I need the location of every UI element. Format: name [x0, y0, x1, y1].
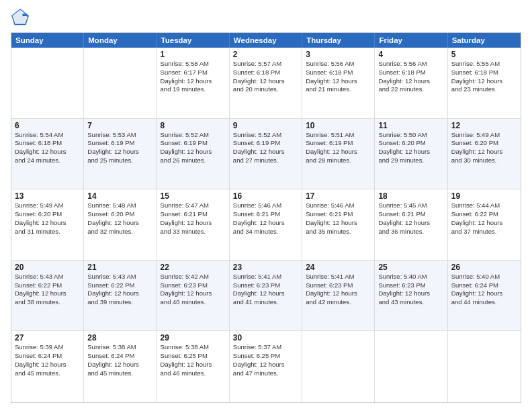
- day-info: Sunrise: 5:48 AM Sunset: 6:20 PM Dayligh…: [87, 201, 152, 236]
- calendar-cell: 7Sunrise: 5:53 AM Sunset: 6:19 PM Daylig…: [84, 119, 157, 189]
- day-info: Sunrise: 5:56 AM Sunset: 6:18 PM Dayligh…: [378, 60, 443, 94]
- day-number: 18: [378, 191, 443, 201]
- calendar-cell: 22Sunrise: 5:42 AM Sunset: 6:23 PM Dayli…: [157, 261, 230, 331]
- calendar-cell: 9Sunrise: 5:52 AM Sunset: 6:19 PM Daylig…: [230, 119, 302, 189]
- calendar-cell: 19Sunrise: 5:44 AM Sunset: 6:22 PM Dayli…: [448, 189, 521, 260]
- calendar-cell: 26Sunrise: 5:40 AM Sunset: 6:24 PM Dayli…: [448, 261, 521, 331]
- calendar-row: 20Sunrise: 5:43 AM Sunset: 6:22 PM Dayli…: [11, 261, 521, 332]
- day-number: 24: [306, 263, 371, 272]
- calendar-cell: 27Sunrise: 5:39 AM Sunset: 6:24 PM Dayli…: [11, 331, 84, 402]
- day-number: 20: [15, 263, 80, 272]
- calendar-cell: 16Sunrise: 5:46 AM Sunset: 6:21 PM Dayli…: [230, 189, 302, 260]
- calendar-row: 1Sunrise: 5:58 AM Sunset: 6:17 PM Daylig…: [11, 48, 521, 119]
- day-number: 19: [451, 191, 517, 201]
- weekday-header: Tuesday: [157, 33, 230, 48]
- day-number: 1: [161, 50, 226, 59]
- day-number: 21: [87, 263, 152, 272]
- day-number: 8: [161, 121, 226, 130]
- header: [11, 8, 521, 27]
- day-number: 7: [87, 121, 152, 130]
- day-number: 9: [233, 121, 298, 130]
- calendar: SundayMondayTuesdayWednesdayThursdayFrid…: [11, 32, 521, 403]
- day-number: 2: [233, 50, 298, 59]
- day-info: Sunrise: 5:52 AM Sunset: 6:19 PM Dayligh…: [161, 131, 226, 165]
- calendar-row: 27Sunrise: 5:39 AM Sunset: 6:24 PM Dayli…: [11, 331, 521, 402]
- logo: [11, 8, 32, 27]
- day-number: 27: [15, 333, 80, 342]
- day-number: 25: [378, 263, 443, 272]
- day-number: 4: [378, 50, 443, 59]
- calendar-cell: 20Sunrise: 5:43 AM Sunset: 6:22 PM Dayli…: [11, 261, 84, 331]
- logo-icon: [11, 8, 30, 27]
- day-number: 14: [87, 191, 152, 201]
- day-info: Sunrise: 5:38 AM Sunset: 6:25 PM Dayligh…: [161, 343, 226, 377]
- calendar-cell-empty: [84, 48, 157, 118]
- day-info: Sunrise: 5:42 AM Sunset: 6:23 PM Dayligh…: [161, 273, 226, 307]
- calendar-cell: 11Sunrise: 5:50 AM Sunset: 6:20 PM Dayli…: [375, 119, 447, 189]
- calendar-cell-empty: [302, 331, 375, 402]
- calendar-body: 1Sunrise: 5:58 AM Sunset: 6:17 PM Daylig…: [11, 48, 521, 402]
- weekday-header: Monday: [84, 33, 157, 48]
- day-number: 23: [233, 263, 298, 272]
- day-info: Sunrise: 5:54 AM Sunset: 6:18 PM Dayligh…: [15, 131, 80, 165]
- weekday-header: Saturday: [448, 33, 521, 48]
- day-number: 13: [15, 191, 80, 201]
- day-info: Sunrise: 5:46 AM Sunset: 6:21 PM Dayligh…: [233, 201, 298, 236]
- day-info: Sunrise: 5:52 AM Sunset: 6:19 PM Dayligh…: [233, 131, 298, 165]
- weekday-header: Wednesday: [230, 33, 302, 48]
- calendar-cell-empty: [11, 48, 84, 118]
- day-info: Sunrise: 5:37 AM Sunset: 6:25 PM Dayligh…: [233, 343, 298, 377]
- day-number: 11: [378, 121, 443, 130]
- calendar-row: 13Sunrise: 5:49 AM Sunset: 6:20 PM Dayli…: [11, 189, 521, 261]
- calendar-cell: 3Sunrise: 5:56 AM Sunset: 6:18 PM Daylig…: [302, 48, 375, 118]
- calendar-cell: 10Sunrise: 5:51 AM Sunset: 6:19 PM Dayli…: [302, 119, 375, 189]
- day-info: Sunrise: 5:58 AM Sunset: 6:17 PM Dayligh…: [161, 60, 226, 94]
- calendar-cell: 25Sunrise: 5:40 AM Sunset: 6:23 PM Dayli…: [375, 261, 447, 331]
- day-number: 3: [306, 50, 371, 59]
- day-info: Sunrise: 5:49 AM Sunset: 6:20 PM Dayligh…: [15, 201, 80, 236]
- day-info: Sunrise: 5:57 AM Sunset: 6:18 PM Dayligh…: [233, 60, 298, 94]
- calendar-cell: 17Sunrise: 5:46 AM Sunset: 6:21 PM Dayli…: [302, 189, 375, 260]
- day-info: Sunrise: 5:40 AM Sunset: 6:23 PM Dayligh…: [378, 273, 443, 307]
- day-info: Sunrise: 5:47 AM Sunset: 6:21 PM Dayligh…: [161, 201, 226, 236]
- calendar-cell: 6Sunrise: 5:54 AM Sunset: 6:18 PM Daylig…: [11, 119, 84, 189]
- calendar-cell: 14Sunrise: 5:48 AM Sunset: 6:20 PM Dayli…: [84, 189, 157, 260]
- day-number: 12: [451, 121, 517, 130]
- weekday-header: Sunday: [11, 33, 84, 48]
- day-info: Sunrise: 5:50 AM Sunset: 6:20 PM Dayligh…: [378, 131, 443, 165]
- calendar-cell: 4Sunrise: 5:56 AM Sunset: 6:18 PM Daylig…: [375, 48, 447, 118]
- calendar-cell-empty: [448, 331, 521, 402]
- day-number: 16: [233, 191, 298, 201]
- calendar-cell: 24Sunrise: 5:41 AM Sunset: 6:23 PM Dayli…: [302, 261, 375, 331]
- calendar-cell: 1Sunrise: 5:58 AM Sunset: 6:17 PM Daylig…: [157, 48, 230, 118]
- day-info: Sunrise: 5:41 AM Sunset: 6:23 PM Dayligh…: [306, 273, 371, 307]
- day-info: Sunrise: 5:43 AM Sunset: 6:22 PM Dayligh…: [15, 273, 80, 307]
- day-info: Sunrise: 5:41 AM Sunset: 6:23 PM Dayligh…: [233, 273, 298, 307]
- day-number: 17: [306, 191, 371, 201]
- calendar-cell: 8Sunrise: 5:52 AM Sunset: 6:19 PM Daylig…: [157, 119, 230, 189]
- day-number: 30: [233, 333, 298, 342]
- calendar-cell: 18Sunrise: 5:45 AM Sunset: 6:21 PM Dayli…: [375, 189, 447, 260]
- day-info: Sunrise: 5:49 AM Sunset: 6:20 PM Dayligh…: [451, 131, 517, 165]
- day-number: 15: [161, 191, 226, 201]
- day-info: Sunrise: 5:46 AM Sunset: 6:21 PM Dayligh…: [306, 201, 371, 236]
- calendar-cell: 15Sunrise: 5:47 AM Sunset: 6:21 PM Dayli…: [157, 189, 230, 260]
- calendar-cell: 30Sunrise: 5:37 AM Sunset: 6:25 PM Dayli…: [230, 331, 302, 402]
- calendar-cell: 12Sunrise: 5:49 AM Sunset: 6:20 PM Dayli…: [448, 119, 521, 189]
- day-info: Sunrise: 5:51 AM Sunset: 6:19 PM Dayligh…: [306, 131, 371, 165]
- day-info: Sunrise: 5:43 AM Sunset: 6:22 PM Dayligh…: [87, 273, 152, 307]
- page: SundayMondayTuesdayWednesdayThursdayFrid…: [0, 0, 532, 411]
- calendar-cell: 2Sunrise: 5:57 AM Sunset: 6:18 PM Daylig…: [230, 48, 302, 118]
- weekday-header: Thursday: [302, 33, 375, 48]
- calendar-cell: 28Sunrise: 5:38 AM Sunset: 6:24 PM Dayli…: [84, 331, 157, 402]
- day-info: Sunrise: 5:44 AM Sunset: 6:22 PM Dayligh…: [451, 201, 517, 236]
- calendar-cell: 5Sunrise: 5:55 AM Sunset: 6:18 PM Daylig…: [448, 48, 521, 118]
- day-number: 6: [15, 121, 80, 130]
- day-info: Sunrise: 5:40 AM Sunset: 6:24 PM Dayligh…: [451, 273, 517, 307]
- calendar-cell: 29Sunrise: 5:38 AM Sunset: 6:25 PM Dayli…: [157, 331, 230, 402]
- calendar-cell: 13Sunrise: 5:49 AM Sunset: 6:20 PM Dayli…: [11, 189, 84, 260]
- calendar-header: SundayMondayTuesdayWednesdayThursdayFrid…: [11, 33, 521, 48]
- day-info: Sunrise: 5:45 AM Sunset: 6:21 PM Dayligh…: [378, 201, 443, 236]
- day-number: 5: [451, 50, 517, 59]
- calendar-cell-empty: [375, 331, 447, 402]
